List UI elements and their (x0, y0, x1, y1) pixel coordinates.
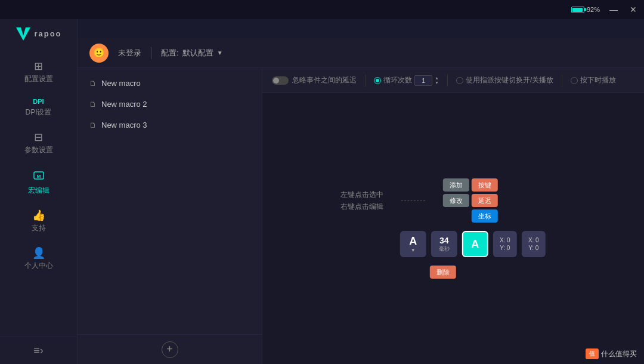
macro-item-name-1: New macro 2 (101, 100, 147, 109)
sidebar-item-param-settings[interactable]: ⊟ 参数设置 (0, 125, 77, 162)
sidebar-bottom: ≡› (0, 337, 77, 364)
key-button[interactable]: 按键 (472, 178, 498, 192)
battery-indicator: 92% (571, 6, 600, 13)
svg-text:M: M (36, 174, 41, 179)
coord-2-x: X: 0 (528, 237, 539, 243)
nav-label-dpi: DPI设置 (25, 107, 51, 118)
logo-text: rapoo (34, 29, 61, 38)
use-key-radio[interactable] (456, 77, 463, 84)
macro-editor-icon: M (33, 169, 45, 183)
modify-button[interactable]: 修改 (443, 194, 469, 207)
title-bar: 92% — ✕ (0, 0, 644, 19)
use-key-option[interactable]: 使用指派按键切换开/关播放 (456, 75, 553, 85)
close-button[interactable]: ✕ (627, 4, 639, 16)
watermark-badge: 值 (586, 348, 599, 359)
config-name: 默认配置 (182, 48, 213, 58)
connector-line (401, 200, 425, 201)
macro-list-footer: + (78, 334, 262, 364)
coord-button[interactable]: 坐标 (472, 209, 498, 223)
personal-icon: 👤 (32, 248, 45, 258)
toolbar-sep-1 (365, 75, 366, 87)
add-icon: + (166, 343, 173, 356)
key-arrow-down: ▼ (411, 248, 416, 253)
instruction-line1: 左键点击选中 (340, 189, 383, 200)
coord-1-y: Y: 0 (500, 245, 510, 251)
delay-block[interactable]: 34 毫秒 (431, 231, 457, 257)
macro-item-name-0: New macro (101, 79, 141, 88)
loop-count-radio[interactable] (374, 77, 381, 84)
editor-canvas: 左键点击选中 右键点击编辑 添加 (262, 93, 644, 364)
battery-percent: 92% (587, 6, 600, 13)
sidebar-item-dpi-settings[interactable]: DPI DPI设置 (0, 91, 77, 125)
key-block-a-teal[interactable]: A (462, 231, 488, 257)
press-play-option[interactable]: 按下时播放 (571, 75, 616, 85)
logo-icon (15, 25, 32, 42)
config-dropdown-arrow: ▼ (217, 50, 223, 56)
app-container: rapoo ⊞ 配置设置 DPI DPI设置 ⊟ 参数设置 M 宏编辑 👍 支持 (0, 19, 644, 364)
watermark-text: 什么值得买 (601, 349, 637, 359)
macro-item-1[interactable]: 🗋 New macro 2 (78, 94, 262, 115)
add-macro-button[interactable]: + (162, 341, 178, 358)
instruction-line2: 右键点击编辑 (340, 200, 383, 212)
add-action-button[interactable]: 添加 (443, 178, 469, 192)
minimize-button[interactable]: — (607, 4, 620, 16)
battery-icon (571, 7, 584, 13)
use-key-label: 使用指派按键切换开/关播放 (466, 75, 553, 85)
nav-label-support: 支持 (32, 223, 46, 233)
press-play-radio[interactable] (571, 77, 578, 84)
ignore-delay-label: 忽略事件之间的延迟 (292, 75, 357, 85)
support-icon: 👍 (32, 210, 45, 221)
coord-block-1[interactable]: X: 0 Y: 0 (493, 231, 517, 257)
loop-count-input[interactable] (414, 75, 432, 86)
sidebar-item-support[interactable]: 👍 支持 (0, 203, 77, 240)
macro-item-2[interactable]: 🗋 New macro 3 (78, 115, 262, 135)
sidebar: rapoo ⊞ 配置设置 DPI DPI设置 ⊟ 参数设置 M 宏编辑 👍 支持 (0, 19, 78, 364)
sidebar-expand-icon[interactable]: ≡› (33, 344, 44, 357)
config-settings-icon: ⊞ (34, 61, 43, 72)
macro-editor-panel: 忽略事件之间的延迟 循环次数 ▲ ▼ 使用指派按键切换开/关播放 (262, 68, 644, 364)
toggle-switch-ignore-delay[interactable] (272, 76, 289, 85)
press-play-label: 按下时播放 (580, 75, 616, 85)
user-name: 未登录 (118, 48, 141, 58)
ignore-delay-toggle[interactable]: 忽略事件之间的延迟 (272, 75, 357, 85)
toolbar-sep-3 (562, 75, 562, 87)
loop-count-option[interactable]: 循环次数 ▲ ▼ (374, 75, 439, 86)
config-prefix: 配置: (161, 48, 179, 58)
avatar: 🙂 (89, 44, 109, 63)
coord-2-y: Y: 0 (528, 245, 538, 251)
nav-label-param: 参数设置 (24, 145, 53, 155)
watermark: 值 什么值得买 (586, 348, 637, 359)
delay-unit: 毫秒 (439, 245, 450, 253)
sidebar-item-macro-editor[interactable]: M 宏编辑 (0, 162, 77, 203)
macro-list: 🗋 New macro 🗋 New macro 2 🗋 New macro 3 (78, 68, 262, 334)
nav-label-config: 配置设置 (24, 74, 53, 84)
top-header: 🙂 未登录 配置: 默认配置 ▼ (78, 38, 644, 68)
coord-block-2[interactable]: X: 0 Y: 0 (522, 231, 546, 257)
delete-button[interactable]: 删除 (430, 266, 456, 279)
macro-item-name-2: New macro 3 (101, 121, 147, 129)
coord-1-x: X: 0 (500, 237, 510, 243)
content-area: 🗋 New macro 🗋 New macro 2 🗋 New macro 3 … (78, 68, 644, 364)
key-char-2: A (471, 238, 479, 251)
macro-item-icon-1: 🗋 (89, 100, 97, 109)
delay-button[interactable]: 延迟 (472, 194, 498, 207)
macro-list-panel: 🗋 New macro 🗋 New macro 2 🗋 New macro 3 … (78, 68, 262, 364)
delay-value: 34 (439, 236, 449, 245)
config-selector[interactable]: 配置: 默认配置 ▼ (161, 48, 223, 58)
macro-item-0[interactable]: 🗋 New macro (78, 73, 262, 94)
nav-label-macro: 宏编辑 (28, 186, 49, 196)
loop-count-label: 循环次数 (383, 75, 412, 85)
macro-item-icon-2: 🗋 (89, 121, 97, 129)
context-menu-popup: 添加 按键 修改 延迟 (443, 178, 498, 223)
loop-count-spinner[interactable]: ▲ ▼ (435, 76, 439, 85)
editor-toolbar: 忽略事件之间的延迟 循环次数 ▲ ▼ 使用指派按键切换开/关播放 (262, 68, 644, 93)
key-block-a-gray[interactable]: A ▼ (400, 231, 426, 257)
nav-label-personal: 个人中心 (24, 261, 53, 271)
key-char-1: A (409, 235, 417, 248)
sidebar-item-config-settings[interactable]: ⊞ 配置设置 (0, 54, 77, 91)
macro-item-icon-0: 🗋 (89, 79, 97, 88)
toolbar-sep-2 (447, 75, 448, 87)
sidebar-item-personal[interactable]: 👤 个人中心 (0, 240, 77, 278)
keys-row: A ▼ 34 毫秒 A X (400, 231, 546, 257)
logo-area: rapoo (9, 25, 67, 42)
